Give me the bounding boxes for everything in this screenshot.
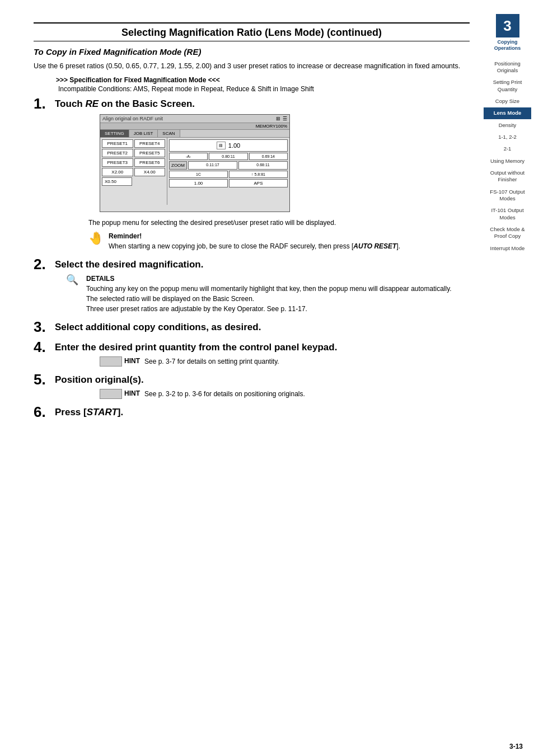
ui-aps-row: 1.00 APS (169, 179, 288, 187)
hint-label-5: HINT (124, 389, 140, 397)
main-content: Selecting Magnification Ratio (Lens Mode… (0, 11, 481, 731)
step-2-number: 2. (34, 257, 55, 271)
ui-tab-scan[interactable]: SCAN (158, 130, 180, 137)
hint-callout-4: HINT See p. 3-7 for details on setting p… (100, 356, 470, 367)
ui-x400-btn[interactable]: X4.00 (134, 168, 166, 176)
ui-zoom-label: ZOOM (169, 161, 187, 170)
ui-num-2-btn[interactable]: 0.69:14 (249, 153, 288, 160)
sidebar-item-using-memory[interactable]: Using Memory (484, 156, 531, 167)
reminder-callout: 🤚 Reminder! When starting a new copying … (88, 232, 470, 251)
details-title: DETAILS (86, 275, 470, 283)
sidebar-item-density[interactable]: Density (484, 120, 531, 131)
reminder-title: Reminder! (109, 232, 470, 240)
section-title: To Copy in Fixed Magnification Mode (RE) (34, 47, 470, 57)
hint-callout-5: HINT See p. 3-2 to p. 3-6 for details on… (100, 389, 470, 399)
step-4-title: Enter the desired print quantity from th… (55, 342, 470, 353)
ui-preset4-btn[interactable]: PRESET4 (134, 139, 166, 148)
ui-aps-btn[interactable]: APS (229, 179, 288, 187)
step-2-title: Select the desired magnification. (55, 259, 470, 270)
ui-num-row1: -A- 0.80:11 0.69:14 (169, 153, 288, 160)
sidebar-item-print-qty[interactable]: Setting Print Quantity (484, 77, 531, 95)
ui-memory-bar: MEMORY100% (100, 123, 289, 130)
step-4: 4. Enter the desired print quantity from… (34, 342, 470, 369)
step-2-content: Select the desired magnification. 🔍 DETA… (55, 259, 470, 316)
ui-tab-joblist[interactable]: JOB LIST (129, 130, 158, 137)
step-3-number: 3. (34, 320, 55, 334)
sidebar-item-it101[interactable]: IT-101 Output Modes (484, 205, 531, 223)
ui-num-a-btn[interactable]: -A- (169, 153, 208, 160)
ui-num-5-btn[interactable]: ↑ 5.8:81 (229, 171, 288, 178)
step-6-content: Press [START]. (55, 407, 470, 421)
hint-body-4: See p. 3-7 for details on setting print … (144, 356, 279, 367)
hint-icon-box-4: HINT (100, 356, 140, 367)
sidebar-item-lens-mode[interactable]: Lens Mode (484, 107, 531, 119)
step-3-content: Select additional copy conditions, as de… (55, 322, 470, 336)
sidebar-item-output-no-finisher[interactable]: Output without Finisher (484, 167, 531, 186)
ui-num-100-btn[interactable]: 1.00 (169, 179, 228, 187)
ui-ratio-display: ▤ 1.00 (169, 139, 288, 152)
ui-num-row2: ZOOM 0.11:17 0.68:11 (169, 161, 288, 170)
details-content: DETAILS Touching any key on the popup me… (86, 275, 470, 314)
sidebar-item-positioning[interactable]: Positioning Originals (484, 58, 531, 77)
sidebar-item-fs107[interactable]: FS-107 Output Modes (484, 186, 531, 205)
ui-ratio-icon: ▤ (217, 142, 226, 149)
step-1-title: Touch RE on the Basic Screen. (55, 98, 470, 110)
ui-num-tc-btn[interactable]: 1C (169, 171, 228, 178)
ui-x050-btn[interactable]: X0.50 (102, 177, 132, 186)
step-3-title: Select additional copy conditions, as de… (55, 322, 470, 333)
ui-preset6-btn[interactable]: PRESET6 (134, 158, 166, 167)
ui-num-1-btn[interactable]: 0.80:11 (209, 153, 247, 160)
sidebar-item-1-1-2-2[interactable]: 1-1, 2-2 (484, 132, 531, 143)
reminder-icon: 🤚 (88, 232, 104, 245)
spec-title: >>> Specification for Fixed Magnificatio… (56, 76, 470, 84)
ui-preset3-btn[interactable]: PRESET3 (102, 158, 133, 167)
ui-right-panel: ▤ 1.00 -A- 0.80:11 0.69:14 ZOOM 0.11:17 (167, 138, 289, 205)
callout-content: Reminder! When starting a new copying jo… (109, 232, 470, 251)
step-6: 6. Press [START]. (34, 407, 470, 421)
ui-preset2-btn[interactable]: PRESET2 (102, 149, 133, 157)
ui-icon-grid: ⊞ (276, 116, 280, 121)
step-5-number: 5. (34, 372, 55, 387)
page-footer: 3-13 (0, 743, 534, 756)
ui-preset1-btn[interactable]: PRESET1 (102, 139, 133, 148)
ui-preset5-btn[interactable]: PRESET5 (134, 149, 166, 157)
step-6-title: Press [START]. (55, 407, 470, 418)
page-header: Selecting Magnification Ratio (Lens Mode… (34, 22, 470, 41)
sidebar: 3 CopyingOperations Positioning Original… (481, 11, 534, 731)
ui-icons: ⊞ ☰ (276, 116, 287, 121)
ui-x200-btn[interactable]: X2.00 (102, 168, 133, 176)
ui-left-panel: PRESET1 PRESET4 PRESET2 PRESET5 PRESET3 … (100, 138, 167, 205)
hint-icon-box-5: HINT (100, 389, 140, 399)
ui-top-bar: Align original on RADF unit ⊞ ☰ (100, 115, 289, 123)
ui-body: PRESET1 PRESET4 PRESET2 PRESET5 PRESET3 … (100, 138, 289, 205)
step-4-content: Enter the desired print quantity from th… (55, 342, 470, 369)
hint-label-4: HINT (124, 357, 140, 365)
ui-memory-text: MEMORY100% (256, 124, 287, 129)
spec-block: >>> Specification for Fixed Magnificatio… (56, 76, 470, 93)
step-5-content: Position original(s). HINT See p. 3-2 to… (55, 374, 470, 401)
ui-icon-list: ☰ (283, 116, 287, 121)
details-body: Touching any key on the popup menu will … (86, 284, 470, 314)
ui-num-3-btn[interactable]: 0.11:17 (188, 161, 237, 170)
step-1-number: 1. (34, 96, 55, 111)
hint-body-5: See p. 3-2 to p. 3-6 for details on posi… (144, 389, 305, 399)
step-3: 3. Select additional copy conditions, as… (34, 322, 470, 336)
ui-num-4-btn[interactable]: 0.68:11 (238, 161, 288, 170)
details-icon: 🔍 (66, 275, 82, 285)
page-title: Selecting Magnification Ratio (Lens Mode… (34, 27, 470, 39)
sidebar-item-copy-size[interactable]: Copy Size (484, 96, 531, 107)
sidebar-chapter-label: CopyingOperations (494, 39, 521, 51)
ui-tab-setting[interactable]: SETTING (100, 130, 129, 137)
step-1-desc: The popup menu for selecting the desired… (88, 218, 470, 228)
ui-ratio-value: 1.00 (228, 142, 240, 149)
step-2: 2. Select the desired magnification. 🔍 D… (34, 259, 470, 316)
ui-num-row3: 1C ↑ 5.8:81 (169, 171, 288, 178)
step-1-content: Touch RE on the Basic Screen. Align orig… (55, 98, 470, 253)
sidebar-item-check-proof[interactable]: Check Mode & Proof Copy (484, 224, 531, 242)
ui-preset-grid: PRESET1 PRESET4 PRESET2 PRESET5 PRESET3 … (102, 139, 165, 167)
step-5: 5. Position original(s). HINT See p. 3-2… (34, 374, 470, 401)
sidebar-item-interrupt[interactable]: Interrupt Mode (484, 243, 531, 254)
sidebar-item-2-1[interactable]: 2-1 (484, 143, 531, 154)
step-5-title: Position original(s). (55, 374, 470, 386)
spec-body: Incompatible Conditions: AMS, Repeat mod… (58, 85, 470, 93)
